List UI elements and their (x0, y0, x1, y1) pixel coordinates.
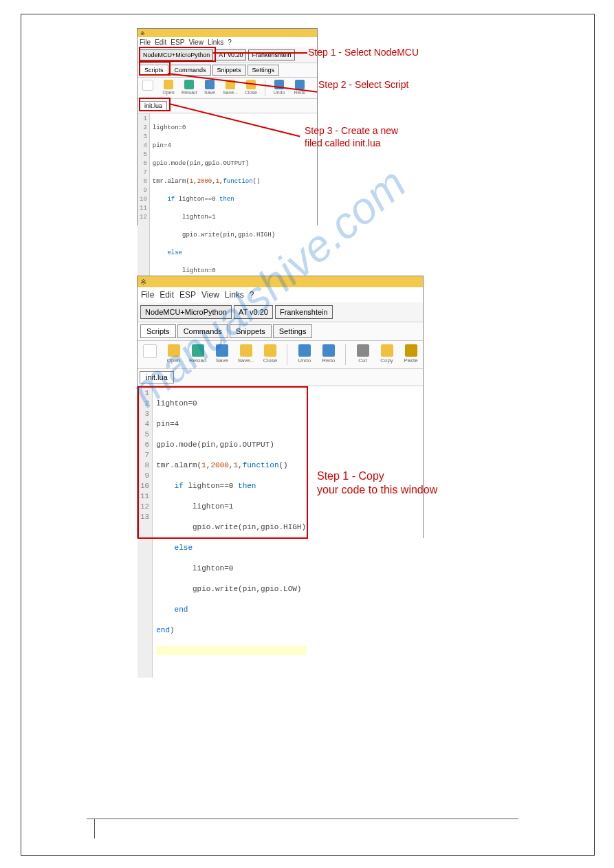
tab-settings[interactable]: Settings (273, 324, 313, 338)
btn-reload[interactable]: Reload (181, 80, 197, 96)
save-icon (216, 344, 228, 357)
menu-links[interactable]: Links (225, 290, 244, 300)
menu-file[interactable]: File (141, 290, 154, 300)
menu-esp[interactable]: ESP (171, 38, 184, 46)
open-icon (168, 344, 180, 357)
btn-cut[interactable]: Cut (354, 344, 371, 365)
menu-view[interactable]: View (201, 290, 219, 300)
tab-scripts[interactable]: Scripts (140, 324, 176, 338)
menu-esp[interactable]: ESP (179, 290, 196, 300)
cut-icon (357, 344, 369, 357)
tab-nodemcu[interactable]: NodeMCU+MicroPython (140, 305, 232, 319)
tab-commands[interactable]: Commands (177, 324, 228, 338)
btn-paste[interactable]: Paste (402, 344, 419, 365)
reload-icon (184, 80, 194, 89)
screenshot-2: ※ File Edit ESP View Links ? NodeMCU+Mic… (137, 276, 424, 538)
reload-icon (192, 344, 204, 357)
save-icon (205, 80, 215, 89)
btn-open[interactable]: Open (160, 80, 177, 96)
tab-snippets[interactable]: Snippets (230, 324, 272, 338)
tab-snippets[interactable]: Snippets (212, 65, 246, 76)
tab-frankenshtein[interactable]: Frankenshtein (248, 49, 294, 60)
menu-view[interactable]: View (188, 38, 204, 46)
copy-icon (381, 344, 393, 357)
menu-edit[interactable]: Edit (160, 290, 174, 300)
btn-redo[interactable]: Redo (320, 344, 337, 365)
tab-at[interactable]: AT v0.20 (215, 49, 246, 60)
paste-icon (405, 344, 417, 357)
app-icon: ※ (140, 30, 145, 36)
btn-close[interactable]: Close (261, 344, 278, 365)
tab-settings[interactable]: Settings (248, 65, 280, 76)
btn-saveas[interactable]: Save... (237, 344, 254, 365)
footer-vertical (94, 819, 95, 838)
anno-step1b-b: your code to this window (317, 484, 437, 496)
line-gutter: 1234 5678 9101112 13 (138, 386, 153, 678)
anno-step1: Step 1 - Select NodeMCU (308, 46, 419, 58)
redo-icon (295, 80, 305, 89)
firmware-tab-row: NodeMCU+MicroPython AT v0.20 Frankenshte… (138, 302, 423, 322)
btn-new[interactable] (141, 344, 158, 365)
anno-step1b-a: Step 1 - Copy (317, 470, 384, 482)
btn-open[interactable]: Open (165, 344, 182, 365)
anno-step2: Step 2 - Select Script (318, 78, 409, 91)
new-icon (142, 80, 153, 91)
titlebar: ※ (138, 29, 317, 37)
new-icon (143, 344, 157, 358)
arrow-1 (212, 52, 307, 54)
btn-reload[interactable]: Reload (189, 344, 206, 365)
tab-at[interactable]: AT v0.20 (234, 305, 273, 319)
filetab-initlua[interactable]: init.lua (140, 101, 167, 111)
btn-save[interactable]: Save (213, 344, 230, 365)
menu-links[interactable]: Links (208, 38, 223, 46)
file-tab-row: init.lua (138, 99, 317, 113)
screenshot-1: ※ File Edit ESP View Links ? NodeMCU+Mic… (137, 28, 318, 225)
menubar: File Edit ESP View Links ? (138, 287, 423, 302)
menubar: File Edit ESP View Links ? (138, 37, 317, 47)
btn-copy[interactable]: Copy (378, 344, 395, 365)
filetab-initlua[interactable]: init.lua (140, 371, 174, 383)
separator (287, 344, 287, 365)
menu-edit[interactable]: Edit (155, 38, 166, 46)
separator (345, 344, 346, 365)
undo-icon (298, 344, 311, 357)
file-tab-row: init.lua (138, 369, 423, 386)
titlebar: ※ (138, 276, 423, 287)
toolbar: Open Reload Save Save... Close Undo Redo… (138, 341, 423, 369)
saveas-icon (240, 344, 252, 357)
current-line-highlight (156, 646, 306, 655)
close-icon (264, 344, 276, 357)
code-text[interactable]: lighton=0 pin=4 gpio.mode(pin,gpio.OUTPU… (153, 386, 309, 678)
separator (265, 80, 265, 96)
open-icon (164, 80, 173, 89)
btn-undo[interactable]: Undo (296, 344, 313, 365)
sub-tab-row: Scripts Commands Snippets Settings (138, 63, 317, 78)
menu-file[interactable]: File (140, 38, 151, 46)
menu-help[interactable]: ? (228, 38, 232, 46)
sub-tab-row: Scripts Commands Snippets Settings (138, 322, 423, 341)
menu-help[interactable]: ? (250, 290, 254, 300)
page-frame: ※ File Edit ESP View Links ? NodeMCU+Mic… (21, 14, 595, 856)
redo-icon (322, 344, 335, 357)
code-editor[interactable]: 1234 5678 9101112 13 lighton=0 pin=4 gpi… (138, 386, 423, 678)
anno-step3a: Step 3 - Create a new (305, 124, 398, 137)
app-icon: ※ (140, 278, 146, 287)
footer-rule (87, 819, 518, 819)
btn-save[interactable]: Save (201, 80, 218, 96)
firmware-tab-row: NodeMCU+MicroPython AT v0.20 Frankenshte… (138, 47, 317, 63)
tab-frankenshtein[interactable]: Frankenshtein (275, 305, 333, 319)
anno-step3b: filed called init.lua (305, 137, 381, 149)
btn-new[interactable] (140, 80, 156, 96)
tab-scripts[interactable]: Scripts (140, 65, 168, 76)
tab-nodemcu[interactable]: NodeMCU+MicroPython (140, 49, 213, 60)
